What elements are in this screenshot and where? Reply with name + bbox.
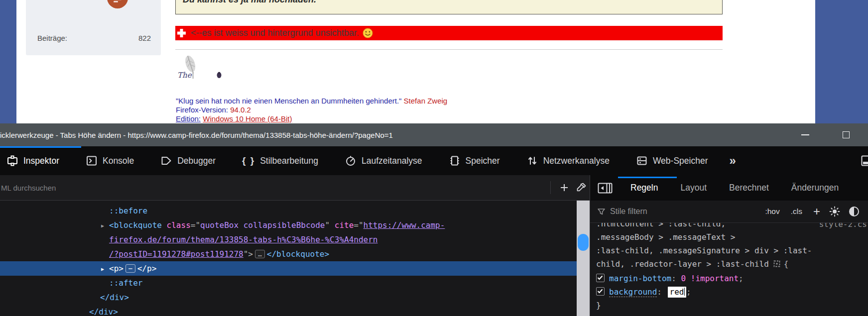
toggle-pseudo-classes-button[interactable]: :hov — [765, 207, 779, 216]
markup-link[interactable]: firefox.de/forum/thema/133858-tabs-h%C3%… — [109, 235, 377, 244]
avatar[interactable] — [107, 0, 128, 8]
toolbar-divider — [550, 181, 551, 194]
sidebar-tab-layout[interactable]: Layout — [680, 183, 707, 193]
semicolon: ; — [739, 274, 744, 283]
sidebar-toggle-button[interactable] — [598, 183, 613, 194]
selector-highlighter-icon[interactable] — [773, 258, 781, 272]
tab-label: Konsole — [103, 156, 134, 166]
maximize-button[interactable] — [835, 123, 858, 146]
text-cursor — [684, 288, 685, 296]
add-node-button[interactable] — [556, 179, 573, 196]
markup-pseudo: ::after — [109, 278, 142, 288]
dock-panel-icon[interactable] — [861, 155, 868, 166]
tab-overflow-chevron-icon[interactable]: » — [729, 154, 736, 168]
markup-line-selected[interactable]: ▶<p>⋯</p> — [0, 261, 577, 276]
tab-styleeditor[interactable]: { }Stilbearbeitung — [236, 146, 325, 175]
colon: : — [671, 274, 681, 283]
tab-label: Laufzeitanalyse — [362, 156, 422, 166]
collapsed-children-badge[interactable]: … — [255, 250, 265, 258]
highlighted-post-line: <--es ist weiss und hintergrund unsichtb… — [175, 26, 723, 40]
signature-edition-line: Edition: Windows 10 Home (64-Bit) — [176, 114, 447, 123]
markup-plain: " — [325, 220, 334, 230]
eyedropper-button[interactable] — [573, 179, 590, 196]
tab-memory[interactable]: Speicher — [442, 146, 506, 175]
sidebar-tab-änderungen[interactable]: Änderungen — [791, 183, 839, 193]
tab-network[interactable]: Netzwerkanalyse — [520, 146, 616, 175]
markup-val: quoteBox collapsibleBbcode — [200, 220, 325, 230]
property-value-editor[interactable]: red — [668, 287, 686, 298]
filter-styles-input[interactable] — [609, 207, 765, 216]
collapsed-children-badge[interactable]: ⋯ — [125, 264, 135, 273]
property-name[interactable]: background — [609, 287, 657, 297]
avatar-text-lines-icon — [112, 0, 123, 3]
tab-label: Stilbearbeitung — [260, 156, 318, 166]
property-name[interactable]: margin-bottom — [609, 274, 671, 283]
signature-block: "Klug sein hat noch nie einen Menschen a… — [176, 97, 447, 123]
markup-line[interactable]: ::before — [0, 204, 577, 218]
minimize-button[interactable] — [794, 123, 817, 146]
markup-line[interactable]: </div> — [0, 290, 577, 305]
devtools-titlebar: icklerwerkzeuge - Tabs Höhe ändern - htt… — [0, 123, 868, 146]
debugger-icon — [160, 155, 172, 167]
signature-firefox-line: Firefox-Version: 94.0.2 — [176, 105, 447, 114]
post-author-card: Beiträge: 822 — [26, 0, 161, 55]
rules-filter-toolbar: :hov .cls + — [590, 201, 868, 223]
markup-tag: </div> — [89, 307, 118, 316]
scrollbar-thumb[interactable] — [578, 234, 589, 251]
rules-view: style-2.cs .htmlContent > :last-child,.m… — [590, 223, 868, 316]
maximize-icon — [843, 131, 850, 138]
markup-plain: "> — [244, 249, 253, 259]
markup-line[interactable]: ▶<blockquote class="quoteBox collapsible… — [0, 218, 577, 232]
declaration-checkbox[interactable] — [596, 274, 605, 282]
sidebar-tabbar: RegelnLayoutBerechnetÄnderungen — [590, 175, 868, 201]
property-value[interactable]: 0 !important — [681, 274, 739, 283]
selector-line: child, .redactor-layer > :last-child{ — [596, 257, 868, 272]
sidebar-tab-berechnet[interactable]: Berechnet — [729, 183, 769, 193]
expand-arrow-icon[interactable]: ▶ — [101, 218, 109, 233]
markup-line[interactable]: firefox.de/forum/thema/133858-tabs-h%C3%… — [0, 232, 577, 247]
declaration-background: background: red; — [596, 285, 868, 299]
sidebar-tab-regeln[interactable]: Regeln — [630, 183, 658, 193]
inspector-icon — [6, 155, 18, 167]
dark-mode-simulation-button[interactable] — [849, 206, 860, 217]
edition-value-link[interactable]: Windows 10 Home (64-Bit) — [203, 114, 292, 123]
markup-line[interactable]: ::after — [0, 276, 577, 290]
selector-text: .htmlContent > :last-child, — [596, 223, 726, 228]
tab-storage[interactable]: Web-Speicher — [629, 146, 715, 175]
devtools-window-title: icklerwerkzeuge - Tabs Höhe ändern - htt… — [0, 131, 393, 139]
forum-page: Beiträge: 822 Du kannst es ja mal hochla… — [0, 0, 868, 124]
markup-attr: class — [167, 220, 191, 230]
declaration-checkbox[interactable] — [596, 287, 605, 296]
posts-count: 822 — [138, 34, 151, 42]
markup-scrollbar[interactable] — [577, 201, 590, 316]
eyedropper-icon — [576, 182, 587, 193]
markup-line[interactable]: </div> — [0, 305, 577, 316]
firefox-version-value: 94.0.2 — [230, 105, 251, 114]
tab-label: Netzwerkanalyse — [543, 156, 610, 166]
rule-close-brace: } — [596, 299, 868, 312]
console-icon — [86, 155, 98, 167]
tab-performance[interactable]: Laufzeitanalyse — [338, 146, 429, 175]
markup-attr: cite — [335, 220, 354, 230]
toggle-classes-button[interactable]: .cls — [791, 207, 802, 216]
markup-tag: </p> — [137, 264, 157, 273]
stylesheet-link[interactable]: style-2.cs — [819, 223, 867, 231]
markup-line[interactable]: /?postID=1191278#post1191278">…</blockqu… — [0, 247, 577, 261]
performance-icon — [345, 155, 357, 167]
selector-text: child, .redactor-layer > :last-child — [596, 259, 769, 269]
tab-debugger[interactable]: Debugger — [154, 146, 222, 175]
plus-icon — [177, 28, 186, 38]
signature-quote-author: Stefan Zweig — [404, 97, 448, 105]
tab-inspector[interactable]: Inspektor — [0, 146, 66, 175]
filter-icon — [597, 208, 606, 216]
selector-text: :last-child, .messageSignature > div > :… — [596, 246, 812, 255]
colon: : — [657, 287, 666, 297]
tab-console[interactable]: Konsole — [79, 146, 140, 175]
html-search-input[interactable] — [0, 183, 550, 193]
markup-link[interactable]: https://www.camp- — [364, 220, 445, 230]
add-rule-button[interactable]: + — [813, 207, 820, 216]
expand-arrow-icon[interactable]: ▶ — [101, 262, 109, 276]
markup-link[interactable]: /?postID=1191278#post1191278 — [109, 249, 244, 259]
edition-label[interactable]: Edition: — [176, 114, 201, 123]
light-mode-simulation-button[interactable] — [829, 206, 840, 217]
